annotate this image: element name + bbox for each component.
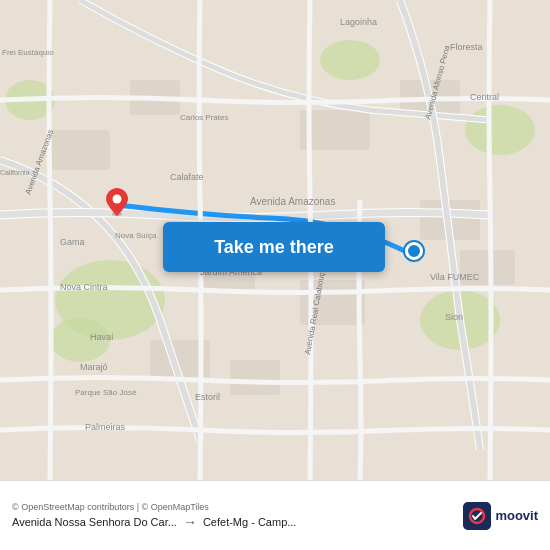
svg-rect-7 [50, 130, 110, 170]
moovit-brand-text: moovit [495, 508, 538, 523]
from-location: Avenida Nossa Senhora Do Car... [12, 516, 177, 528]
svg-rect-14 [230, 360, 280, 395]
attribution-text: © OpenStreetMap contributors | © OpenMap… [12, 502, 455, 512]
svg-text:Carlos Prates: Carlos Prates [180, 113, 228, 122]
moovit-icon [463, 502, 491, 530]
svg-point-40 [113, 195, 122, 204]
origin-marker [106, 188, 128, 216]
svg-text:Lagoinha: Lagoinha [340, 17, 377, 27]
svg-text:Estoril: Estoril [195, 392, 220, 402]
svg-text:Parque São José: Parque São José [75, 388, 137, 397]
location-row: Avenida Nossa Senhora Do Car... → Cefet-… [12, 514, 455, 530]
svg-text:Frei Eustáquio: Frei Eustáquio [2, 48, 54, 57]
svg-text:Havaí: Havaí [90, 332, 114, 342]
svg-point-6 [320, 40, 380, 80]
bottom-bar: © OpenStreetMap contributors | © OpenMap… [0, 480, 550, 550]
arrow-icon: → [183, 514, 197, 530]
svg-text:Sion: Sion [445, 312, 463, 322]
svg-text:Marajó: Marajó [80, 362, 108, 372]
svg-text:Nova Suíça: Nova Suíça [115, 231, 157, 240]
svg-text:Calafate: Calafate [170, 172, 204, 182]
svg-text:Avenida Amazonas: Avenida Amazonas [250, 196, 335, 207]
svg-text:Palmeiras: Palmeiras [85, 422, 126, 432]
route-info: © OpenStreetMap contributors | © OpenMap… [12, 502, 455, 530]
svg-text:Floresta: Floresta [450, 42, 483, 52]
take-me-there-button[interactable]: Take me there [163, 222, 385, 272]
svg-text:Nova Cintra: Nova Cintra [60, 282, 108, 292]
svg-text:Califórnia: Califórnia [0, 169, 30, 176]
to-location: Cefet-Mg - Camp... [203, 516, 297, 528]
map-area: Lagoinha Floresta Central Avenida Amazon… [0, 0, 550, 480]
svg-point-4 [465, 105, 535, 155]
moovit-logo: moovit [463, 502, 538, 530]
svg-text:Vila FUMEC: Vila FUMEC [430, 272, 480, 282]
take-me-there-label: Take me there [214, 237, 334, 258]
svg-text:Central: Central [470, 92, 499, 102]
destination-marker [405, 242, 423, 260]
app-container: Lagoinha Floresta Central Avenida Amazon… [0, 0, 550, 550]
svg-text:Gama: Gama [60, 237, 85, 247]
